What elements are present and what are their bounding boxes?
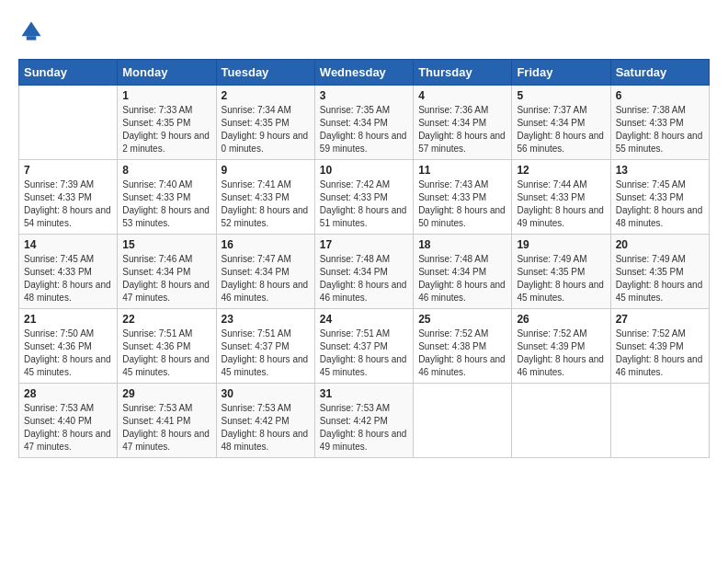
day-cell: 23Sunrise: 7:51 AMSunset: 4:37 PMDayligh… — [216, 309, 314, 384]
day-info: Sunrise: 7:51 AMSunset: 4:37 PMDaylight:… — [320, 327, 408, 379]
day-cell: 31Sunrise: 7:53 AMSunset: 4:42 PMDayligh… — [314, 384, 413, 458]
day-number: 22 — [122, 313, 210, 326]
day-info: Sunrise: 7:41 AMSunset: 4:33 PMDaylight:… — [222, 178, 310, 230]
day-cell: 3Sunrise: 7:35 AMSunset: 4:34 PMDaylight… — [314, 86, 413, 160]
day-cell: 4Sunrise: 7:36 AMSunset: 4:34 PMDaylight… — [414, 86, 512, 160]
day-cell: 18Sunrise: 7:48 AMSunset: 4:34 PMDayligh… — [414, 235, 512, 309]
day-cell — [19, 86, 118, 160]
day-cell: 8Sunrise: 7:40 AMSunset: 4:33 PMDaylight… — [118, 160, 216, 235]
day-number: 4 — [418, 89, 506, 102]
day-header-friday: Friday — [512, 60, 610, 86]
day-info: Sunrise: 7:49 AMSunset: 4:35 PMDaylight:… — [517, 253, 605, 304]
day-info: Sunrise: 7:36 AMSunset: 4:34 PMDaylight:… — [418, 104, 506, 155]
day-cell: 14Sunrise: 7:45 AMSunset: 4:33 PMDayligh… — [19, 235, 118, 309]
day-number: 12 — [517, 164, 605, 177]
day-info: Sunrise: 7:47 AMSunset: 4:34 PMDaylight:… — [222, 253, 310, 304]
day-info: Sunrise: 7:46 AMSunset: 4:34 PMDaylight:… — [122, 253, 210, 304]
day-cell: 19Sunrise: 7:49 AMSunset: 4:35 PMDayligh… — [512, 235, 610, 309]
day-header-saturday: Saturday — [610, 60, 709, 86]
day-number: 19 — [517, 238, 605, 251]
day-number: 24 — [320, 313, 408, 326]
day-number: 26 — [517, 313, 605, 326]
day-number: 29 — [122, 387, 210, 400]
day-cell: 12Sunrise: 7:44 AMSunset: 4:33 PMDayligh… — [512, 160, 610, 235]
day-info: Sunrise: 7:52 AMSunset: 4:38 PMDaylight:… — [418, 327, 506, 379]
day-header-wednesday: Wednesday — [314, 60, 413, 86]
day-number: 28 — [24, 387, 112, 400]
day-number: 1 — [122, 89, 210, 102]
day-cell: 10Sunrise: 7:42 AMSunset: 4:33 PMDayligh… — [314, 160, 413, 235]
day-cell — [414, 384, 512, 458]
day-number: 27 — [616, 313, 704, 326]
day-number: 25 — [418, 313, 506, 326]
day-cell: 15Sunrise: 7:46 AMSunset: 4:34 PMDayligh… — [118, 235, 216, 309]
day-info: Sunrise: 7:45 AMSunset: 4:33 PMDaylight:… — [616, 178, 704, 230]
day-cell: 2Sunrise: 7:34 AMSunset: 4:35 PMDaylight… — [216, 86, 314, 160]
day-number: 13 — [616, 164, 704, 177]
header-row: SundayMondayTuesdayWednesdayThursdayFrid… — [19, 60, 710, 86]
day-number: 14 — [24, 238, 112, 251]
day-info: Sunrise: 7:52 AMSunset: 4:39 PMDaylight:… — [616, 327, 704, 379]
calendar-table: SundayMondayTuesdayWednesdayThursdayFrid… — [18, 59, 710, 458]
day-info: Sunrise: 7:33 AMSunset: 4:35 PMDaylight:… — [122, 104, 210, 155]
day-info: Sunrise: 7:45 AMSunset: 4:33 PMDaylight:… — [24, 253, 112, 304]
day-cell: 30Sunrise: 7:53 AMSunset: 4:42 PMDayligh… — [216, 384, 314, 458]
day-info: Sunrise: 7:51 AMSunset: 4:36 PMDaylight:… — [122, 327, 210, 379]
day-cell: 16Sunrise: 7:47 AMSunset: 4:34 PMDayligh… — [216, 235, 314, 309]
day-cell: 1Sunrise: 7:33 AMSunset: 4:35 PMDaylight… — [118, 86, 216, 160]
day-number: 30 — [222, 387, 310, 400]
day-header-thursday: Thursday — [414, 60, 512, 86]
day-number: 18 — [418, 238, 506, 251]
week-row-4: 21Sunrise: 7:50 AMSunset: 4:36 PMDayligh… — [19, 309, 710, 384]
day-info: Sunrise: 7:53 AMSunset: 4:40 PMDaylight:… — [24, 402, 112, 454]
day-cell: 17Sunrise: 7:48 AMSunset: 4:34 PMDayligh… — [314, 235, 413, 309]
day-number: 23 — [222, 313, 310, 326]
day-number: 7 — [24, 164, 112, 177]
day-info: Sunrise: 7:35 AMSunset: 4:34 PMDaylight:… — [320, 104, 408, 155]
day-number: 8 — [122, 164, 210, 177]
day-info: Sunrise: 7:48 AMSunset: 4:34 PMDaylight:… — [418, 253, 506, 304]
day-info: Sunrise: 7:39 AMSunset: 4:33 PMDaylight:… — [24, 178, 112, 230]
day-number: 16 — [222, 238, 310, 251]
day-header-monday: Monday — [118, 60, 216, 86]
day-info: Sunrise: 7:48 AMSunset: 4:34 PMDaylight:… — [320, 253, 408, 304]
week-row-3: 14Sunrise: 7:45 AMSunset: 4:33 PMDayligh… — [19, 235, 710, 309]
day-number: 2 — [222, 89, 310, 102]
day-header-sunday: Sunday — [19, 60, 118, 86]
day-info: Sunrise: 7:43 AMSunset: 4:33 PMDaylight:… — [418, 178, 506, 230]
day-info: Sunrise: 7:53 AMSunset: 4:42 PMDaylight:… — [320, 402, 408, 454]
day-cell: 5Sunrise: 7:37 AMSunset: 4:34 PMDaylight… — [512, 86, 610, 160]
logo-icon — [18, 18, 44, 44]
day-cell: 28Sunrise: 7:53 AMSunset: 4:40 PMDayligh… — [19, 384, 118, 458]
day-number: 3 — [320, 89, 408, 102]
day-number: 10 — [320, 164, 408, 177]
day-number: 9 — [222, 164, 310, 177]
day-info: Sunrise: 7:40 AMSunset: 4:33 PMDaylight:… — [122, 178, 210, 230]
day-number: 31 — [320, 387, 408, 400]
day-info: Sunrise: 7:52 AMSunset: 4:39 PMDaylight:… — [517, 327, 605, 379]
day-cell: 26Sunrise: 7:52 AMSunset: 4:39 PMDayligh… — [512, 309, 610, 384]
week-row-2: 7Sunrise: 7:39 AMSunset: 4:33 PMDaylight… — [19, 160, 710, 235]
day-cell: 11Sunrise: 7:43 AMSunset: 4:33 PMDayligh… — [414, 160, 512, 235]
day-cell: 22Sunrise: 7:51 AMSunset: 4:36 PMDayligh… — [118, 309, 216, 384]
day-number: 17 — [320, 238, 408, 251]
day-cell: 29Sunrise: 7:53 AMSunset: 4:41 PMDayligh… — [118, 384, 216, 458]
day-cell: 25Sunrise: 7:52 AMSunset: 4:38 PMDayligh… — [414, 309, 512, 384]
logo — [18, 18, 48, 44]
day-info: Sunrise: 7:34 AMSunset: 4:35 PMDaylight:… — [222, 104, 310, 155]
day-number: 11 — [418, 164, 506, 177]
day-cell — [512, 384, 610, 458]
day-number: 6 — [616, 89, 704, 102]
day-info: Sunrise: 7:51 AMSunset: 4:37 PMDaylight:… — [222, 327, 310, 379]
day-cell: 6Sunrise: 7:38 AMSunset: 4:33 PMDaylight… — [610, 86, 709, 160]
day-info: Sunrise: 7:38 AMSunset: 4:33 PMDaylight:… — [616, 104, 704, 155]
day-info: Sunrise: 7:42 AMSunset: 4:33 PMDaylight:… — [320, 178, 408, 230]
day-cell: 9Sunrise: 7:41 AMSunset: 4:33 PMDaylight… — [216, 160, 314, 235]
page-header — [18, 18, 710, 44]
day-cell: 20Sunrise: 7:49 AMSunset: 4:35 PMDayligh… — [610, 235, 709, 309]
day-number: 20 — [616, 238, 704, 251]
day-cell: 7Sunrise: 7:39 AMSunset: 4:33 PMDaylight… — [19, 160, 118, 235]
day-info: Sunrise: 7:44 AMSunset: 4:33 PMDaylight:… — [517, 178, 605, 230]
day-cell: 13Sunrise: 7:45 AMSunset: 4:33 PMDayligh… — [610, 160, 709, 235]
day-cell: 27Sunrise: 7:52 AMSunset: 4:39 PMDayligh… — [610, 309, 709, 384]
